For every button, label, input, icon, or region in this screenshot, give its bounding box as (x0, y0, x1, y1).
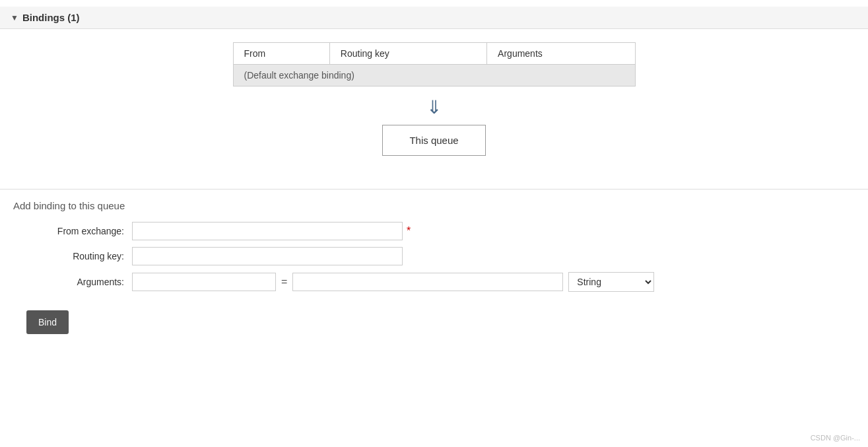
routing-key-label: Routing key: (26, 251, 132, 261)
arguments-label: Arguments: (26, 277, 132, 287)
table-row: (Default exchange binding) (233, 65, 635, 86)
arguments-row: Arguments: = String Number Boolean List (26, 272, 855, 292)
binding-form: From exchange: * Routing key: Arguments:… (13, 222, 855, 334)
col-from: From (233, 43, 329, 65)
from-exchange-row: From exchange: * (26, 222, 855, 240)
equals-sign: = (281, 276, 287, 288)
from-exchange-input[interactable] (132, 222, 403, 240)
queue-box: This queue (382, 125, 485, 156)
bindings-table: From Routing key Arguments (Default exch… (233, 42, 636, 86)
bindings-content: From Routing key Arguments (Default exch… (0, 29, 868, 176)
col-routing-key: Routing key (329, 43, 486, 65)
arguments-type-select[interactable]: String Number Boolean List (568, 272, 654, 292)
bindings-header: ▼ Bindings (1) (0, 7, 868, 29)
add-binding-title: Add binding to this queue (13, 200, 855, 211)
arguments-value-input[interactable] (292, 273, 563, 291)
add-binding-section: Add binding to this queue From exchange:… (0, 200, 868, 347)
section-divider (0, 189, 868, 189)
watermark: CSDN @Gin-... (811, 434, 860, 442)
routing-key-input[interactable] (132, 247, 403, 265)
bindings-section: ▼ Bindings (1) From Routing key Argument… (0, 0, 868, 347)
arguments-fields: = String Number Boolean List (132, 272, 654, 292)
routing-key-row: Routing key: (26, 247, 855, 265)
col-arguments: Arguments (487, 43, 635, 65)
bind-button[interactable]: Bind (26, 310, 69, 334)
arrow-down-icon: ⇓ (426, 98, 442, 117)
default-exchange-cell: (Default exchange binding) (233, 65, 635, 86)
bindings-title: Bindings (1) (22, 12, 80, 23)
arguments-key-input[interactable] (132, 273, 276, 291)
chevron-down-icon: ▼ (11, 13, 18, 22)
required-star: * (407, 225, 411, 237)
bind-button-row: Bind (26, 298, 855, 334)
from-exchange-label: From exchange: (26, 226, 132, 236)
